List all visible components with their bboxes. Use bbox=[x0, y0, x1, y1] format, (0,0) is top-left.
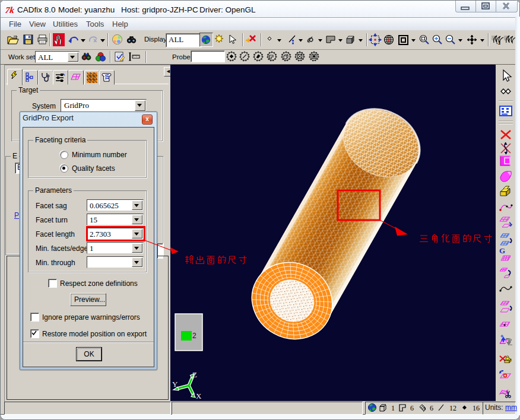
svg-text:G: G bbox=[499, 246, 505, 255]
svg-text:−: − bbox=[509, 342, 512, 348]
svg-text:X: X bbox=[196, 392, 202, 400]
svg-text:6: 6 bbox=[410, 404, 414, 412]
svg-text:-1: -1 bbox=[496, 40, 501, 46]
svg-text:1: 1 bbox=[391, 404, 395, 412]
svg-text:2: 2 bbox=[192, 332, 196, 340]
svg-text:12: 12 bbox=[449, 404, 456, 412]
svg-text:Y: Y bbox=[172, 380, 178, 389]
svg-text:6: 6 bbox=[430, 404, 433, 412]
svg-text:16: 16 bbox=[473, 404, 480, 412]
svg-text:Z: Z bbox=[192, 370, 197, 379]
svg-text:+: + bbox=[500, 333, 503, 339]
